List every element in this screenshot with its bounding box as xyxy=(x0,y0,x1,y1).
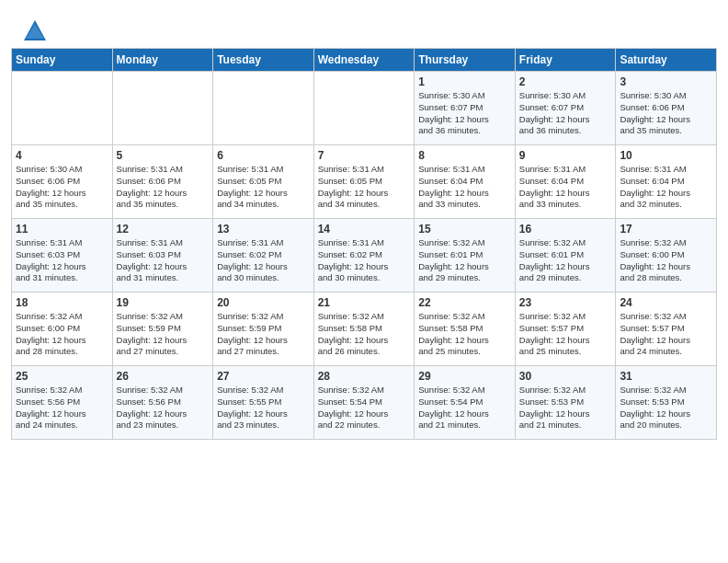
day-number: 23 xyxy=(519,296,612,309)
cell-info: Sunrise: 5:31 AM Sunset: 6:06 PM Dayligh… xyxy=(117,164,210,211)
calendar-cell: 15Sunrise: 5:32 AM Sunset: 6:01 PM Dayli… xyxy=(415,219,516,293)
cell-info: Sunrise: 5:32 AM Sunset: 5:57 PM Dayligh… xyxy=(519,311,612,358)
calendar-cell: 5Sunrise: 5:31 AM Sunset: 6:06 PM Daylig… xyxy=(112,145,213,219)
day-number: 10 xyxy=(620,149,712,162)
calendar-cell xyxy=(12,72,113,145)
weekday-header-cell: Tuesday xyxy=(213,49,314,72)
day-number: 6 xyxy=(217,149,310,162)
day-number: 12 xyxy=(117,223,210,236)
cell-info: Sunrise: 5:32 AM Sunset: 6:00 PM Dayligh… xyxy=(16,311,108,358)
day-number: 24 xyxy=(620,296,712,309)
day-number: 2 xyxy=(519,75,612,88)
cell-info: Sunrise: 5:32 AM Sunset: 5:57 PM Dayligh… xyxy=(620,311,712,358)
calendar-cell: 11Sunrise: 5:31 AM Sunset: 6:03 PM Dayli… xyxy=(12,219,113,293)
calendar-cell: 6Sunrise: 5:31 AM Sunset: 6:05 PM Daylig… xyxy=(213,145,314,219)
cell-info: Sunrise: 5:31 AM Sunset: 6:05 PM Dayligh… xyxy=(318,164,411,211)
cell-info: Sunrise: 5:32 AM Sunset: 5:56 PM Dayligh… xyxy=(117,385,210,431)
day-number: 29 xyxy=(418,370,511,383)
calendar-cell: 24Sunrise: 5:32 AM Sunset: 5:57 PM Dayli… xyxy=(616,293,717,366)
cell-info: Sunrise: 5:31 AM Sunset: 6:02 PM Dayligh… xyxy=(318,237,411,284)
cell-info: Sunrise: 5:31 AM Sunset: 6:04 PM Dayligh… xyxy=(620,164,712,211)
calendar-week-row: 1Sunrise: 5:30 AM Sunset: 6:07 PM Daylig… xyxy=(12,72,717,145)
calendar-week-row: 18Sunrise: 5:32 AM Sunset: 6:00 PM Dayli… xyxy=(12,293,717,366)
weekday-header-cell: Wednesday xyxy=(313,49,415,72)
calendar-cell: 30Sunrise: 5:32 AM Sunset: 5:53 PM Dayli… xyxy=(515,366,616,440)
cell-info: Sunrise: 5:31 AM Sunset: 6:04 PM Dayligh… xyxy=(519,164,612,211)
cell-info: Sunrise: 5:31 AM Sunset: 6:04 PM Dayligh… xyxy=(418,164,511,211)
cell-info: Sunrise: 5:32 AM Sunset: 5:54 PM Dayligh… xyxy=(418,385,511,431)
day-number: 8 xyxy=(418,149,511,162)
calendar-cell: 28Sunrise: 5:32 AM Sunset: 5:54 PM Dayli… xyxy=(313,366,415,440)
calendar-cell: 2Sunrise: 5:30 AM Sunset: 6:07 PM Daylig… xyxy=(515,72,616,145)
calendar-cell: 3Sunrise: 5:30 AM Sunset: 6:06 PM Daylig… xyxy=(616,72,717,145)
day-number: 11 xyxy=(16,223,108,236)
logo[interactable] xyxy=(22,18,50,44)
cell-info: Sunrise: 5:32 AM Sunset: 5:55 PM Dayligh… xyxy=(217,385,310,431)
calendar-cell: 19Sunrise: 5:32 AM Sunset: 5:59 PM Dayli… xyxy=(112,293,213,366)
cell-info: Sunrise: 5:32 AM Sunset: 5:59 PM Dayligh… xyxy=(117,311,210,358)
cell-info: Sunrise: 5:32 AM Sunset: 5:59 PM Dayligh… xyxy=(217,311,310,358)
day-number: 3 xyxy=(620,75,712,88)
day-number: 19 xyxy=(117,296,210,309)
cell-info: Sunrise: 5:32 AM Sunset: 5:53 PM Dayligh… xyxy=(620,385,712,431)
day-number: 14 xyxy=(318,223,411,236)
page-header xyxy=(0,0,728,48)
cell-info: Sunrise: 5:32 AM Sunset: 6:00 PM Dayligh… xyxy=(620,237,712,284)
calendar-cell: 17Sunrise: 5:32 AM Sunset: 6:00 PM Dayli… xyxy=(616,219,717,293)
weekday-header-cell: Thursday xyxy=(415,49,516,72)
day-number: 17 xyxy=(620,223,712,236)
weekday-header-cell: Saturday xyxy=(616,49,717,72)
day-number: 16 xyxy=(519,223,612,236)
calendar-cell: 4Sunrise: 5:30 AM Sunset: 6:06 PM Daylig… xyxy=(12,145,113,219)
weekday-header-cell: Friday xyxy=(515,49,616,72)
cell-info: Sunrise: 5:32 AM Sunset: 6:01 PM Dayligh… xyxy=(519,237,612,284)
day-number: 13 xyxy=(217,223,310,236)
day-number: 31 xyxy=(620,370,712,383)
calendar-week-row: 25Sunrise: 5:32 AM Sunset: 5:56 PM Dayli… xyxy=(12,366,717,440)
cell-info: Sunrise: 5:32 AM Sunset: 5:54 PM Dayligh… xyxy=(318,385,411,431)
calendar-cell: 22Sunrise: 5:32 AM Sunset: 5:58 PM Dayli… xyxy=(415,293,516,366)
day-number: 20 xyxy=(217,296,310,309)
calendar-cell: 29Sunrise: 5:32 AM Sunset: 5:54 PM Dayli… xyxy=(415,366,516,440)
calendar-cell: 14Sunrise: 5:31 AM Sunset: 6:02 PM Dayli… xyxy=(313,219,415,293)
day-number: 25 xyxy=(16,370,108,383)
cell-info: Sunrise: 5:30 AM Sunset: 6:06 PM Dayligh… xyxy=(620,90,712,137)
weekday-header-cell: Monday xyxy=(112,49,213,72)
calendar-body: 1Sunrise: 5:30 AM Sunset: 6:07 PM Daylig… xyxy=(12,72,717,440)
day-number: 18 xyxy=(16,296,108,309)
calendar-cell: 21Sunrise: 5:32 AM Sunset: 5:58 PM Dayli… xyxy=(313,293,415,366)
calendar-cell: 23Sunrise: 5:32 AM Sunset: 5:57 PM Dayli… xyxy=(515,293,616,366)
cell-info: Sunrise: 5:31 AM Sunset: 6:03 PM Dayligh… xyxy=(117,237,210,284)
cell-info: Sunrise: 5:32 AM Sunset: 6:01 PM Dayligh… xyxy=(418,237,511,284)
weekday-header-cell: Sunday xyxy=(12,49,113,72)
calendar-cell xyxy=(213,72,314,145)
calendar-cell: 13Sunrise: 5:31 AM Sunset: 6:02 PM Dayli… xyxy=(213,219,314,293)
cell-info: Sunrise: 5:30 AM Sunset: 6:06 PM Dayligh… xyxy=(16,164,108,211)
cell-info: Sunrise: 5:30 AM Sunset: 6:07 PM Dayligh… xyxy=(418,90,511,137)
calendar-cell: 16Sunrise: 5:32 AM Sunset: 6:01 PM Dayli… xyxy=(515,219,616,293)
calendar-week-row: 11Sunrise: 5:31 AM Sunset: 6:03 PM Dayli… xyxy=(12,219,717,293)
calendar-cell: 12Sunrise: 5:31 AM Sunset: 6:03 PM Dayli… xyxy=(112,219,213,293)
day-number: 28 xyxy=(318,370,411,383)
day-number: 27 xyxy=(217,370,310,383)
calendar-table: SundayMondayTuesdayWednesdayThursdayFrid… xyxy=(11,48,717,440)
day-number: 1 xyxy=(418,75,511,88)
calendar-cell: 26Sunrise: 5:32 AM Sunset: 5:56 PM Dayli… xyxy=(112,366,213,440)
calendar-cell: 1Sunrise: 5:30 AM Sunset: 6:07 PM Daylig… xyxy=(415,72,516,145)
calendar-cell: 10Sunrise: 5:31 AM Sunset: 6:04 PM Dayli… xyxy=(616,145,717,219)
day-number: 22 xyxy=(418,296,511,309)
calendar-week-row: 4Sunrise: 5:30 AM Sunset: 6:06 PM Daylig… xyxy=(12,145,717,219)
calendar-cell: 18Sunrise: 5:32 AM Sunset: 6:00 PM Dayli… xyxy=(12,293,113,366)
calendar-wrapper: SundayMondayTuesdayWednesdayThursdayFrid… xyxy=(0,48,728,451)
calendar-cell: 31Sunrise: 5:32 AM Sunset: 5:53 PM Dayli… xyxy=(616,366,717,440)
day-number: 4 xyxy=(16,149,108,162)
calendar-cell xyxy=(112,72,213,145)
cell-info: Sunrise: 5:32 AM Sunset: 5:53 PM Dayligh… xyxy=(519,385,612,431)
day-number: 21 xyxy=(318,296,411,309)
cell-info: Sunrise: 5:30 AM Sunset: 6:07 PM Dayligh… xyxy=(519,90,612,137)
calendar-cell: 7Sunrise: 5:31 AM Sunset: 6:05 PM Daylig… xyxy=(313,145,415,219)
cell-info: Sunrise: 5:31 AM Sunset: 6:05 PM Dayligh… xyxy=(217,164,310,211)
day-number: 9 xyxy=(519,149,612,162)
cell-info: Sunrise: 5:31 AM Sunset: 6:03 PM Dayligh… xyxy=(16,237,108,284)
day-number: 5 xyxy=(117,149,210,162)
